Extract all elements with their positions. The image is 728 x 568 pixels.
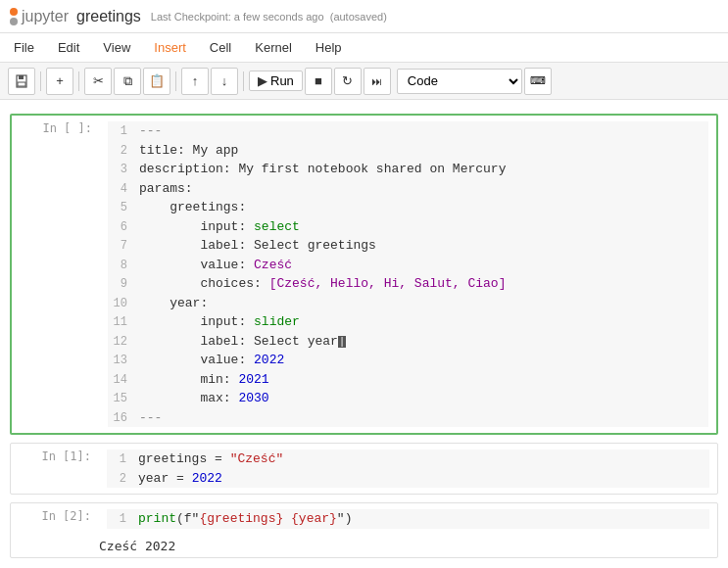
line-7: 7 label: Select greetings bbox=[108, 236, 708, 256]
titlebar: jupyter greetings Last Checkpoint: a few… bbox=[0, 0, 728, 33]
logo-circle-gray bbox=[10, 18, 18, 25]
move-down-button[interactable]: ↓ bbox=[211, 68, 238, 95]
line-2: 2 title: My app bbox=[108, 141, 708, 161]
jupyter-logo-text: jupyter bbox=[22, 8, 69, 25]
cell-2-code-block: 1 greetings = "Cześć" 2 year = 2022 bbox=[107, 450, 709, 488]
line-15: 15 max: 2030 bbox=[108, 389, 708, 408]
sep-2 bbox=[78, 71, 79, 91]
copy-button[interactable]: ⧉ bbox=[114, 68, 141, 95]
stop-button[interactable]: ■ bbox=[305, 68, 332, 95]
output-text: Cześć 2022 bbox=[99, 539, 717, 553]
sep-3 bbox=[175, 71, 176, 91]
output-prompt bbox=[11, 539, 99, 553]
line-8: 8 value: Cześć bbox=[108, 256, 708, 275]
menu-view[interactable]: View bbox=[99, 38, 134, 57]
move-up-button[interactable]: ↑ bbox=[181, 68, 209, 95]
main-content: In [ ]: 1 --- 2 title: My app 3 descript… bbox=[0, 100, 728, 568]
cell-3-code[interactable]: 1 print(f"{greetings} {year}") bbox=[99, 503, 717, 535]
cell-1-code-block: 1 --- 2 title: My app 3 description: My … bbox=[108, 121, 708, 427]
sep-4 bbox=[243, 71, 244, 91]
line-13: 13 value: 2022 bbox=[108, 351, 708, 370]
cell-3-wrapper: In [2]: 1 print(f"{greetings} {year}") C… bbox=[10, 502, 718, 558]
line-5: 5 greetings: bbox=[108, 198, 708, 217]
svg-rect-2 bbox=[18, 82, 25, 86]
line-1: 1 --- bbox=[108, 121, 708, 141]
cell-1: In [ ]: 1 --- 2 title: My app 3 descript… bbox=[12, 116, 716, 433]
run-label: Run bbox=[270, 73, 294, 88]
line-9: 9 choices: [Cześć, Hello, Hi, Salut, Cia… bbox=[108, 274, 708, 294]
keyboard-shortcuts-button[interactable]: ⌨ bbox=[524, 68, 552, 95]
restart-button[interactable]: ↻ bbox=[334, 68, 362, 95]
cell-type-select[interactable]: Code Markdown Raw NBConvert Heading bbox=[397, 69, 522, 94]
line-3: 3 description: My first notebook shared … bbox=[108, 160, 708, 179]
save-button[interactable] bbox=[8, 68, 35, 95]
cell-1-prompt: In [ ]: bbox=[12, 116, 100, 135]
menu-insert[interactable]: Insert bbox=[150, 38, 190, 57]
logo-circles bbox=[10, 8, 18, 25]
line-12: 12 label: Select year| bbox=[108, 332, 708, 352]
cell-2-wrapper: In [1]: 1 greetings = "Cześć" 2 year = 2… bbox=[10, 443, 718, 495]
cell-3-output: Cześć 2022 bbox=[11, 535, 717, 557]
checkpoint-info: Last Checkpoint: a few seconds ago (auto… bbox=[151, 11, 387, 23]
cell-3-prompt: In [2]: bbox=[11, 503, 99, 523]
menu-kernel[interactable]: Kernel bbox=[251, 38, 296, 57]
cut-button[interactable]: ✂ bbox=[84, 68, 112, 95]
line-11: 11 input: slider bbox=[108, 312, 708, 332]
menu-help[interactable]: Help bbox=[312, 38, 346, 57]
cell2-line-2: 2 year = 2022 bbox=[107, 469, 709, 489]
logo-circle-orange bbox=[10, 8, 18, 16]
menubar: File Edit View Insert Cell Kernel Help bbox=[0, 33, 728, 63]
sep-1 bbox=[40, 71, 41, 91]
line-10: 10 year: bbox=[108, 294, 708, 313]
notebook-title: greetings bbox=[76, 8, 141, 25]
menu-edit[interactable]: Edit bbox=[54, 38, 83, 57]
cell3-line-1: 1 print(f"{greetings} {year}") bbox=[107, 509, 709, 529]
run-button[interactable]: ▶ Run bbox=[249, 71, 303, 91]
cell-2: In [1]: 1 greetings = "Cześć" 2 year = 2… bbox=[11, 444, 717, 494]
cell-2-code[interactable]: 1 greetings = "Cześć" 2 year = 2022 bbox=[99, 444, 717, 494]
run-icon: ▶ bbox=[258, 73, 267, 88]
toolbar: + ✂ ⧉ 📋 ↑ ↓ ▶ Run ■ ↻ ⏭ Code Markdown Ra… bbox=[0, 63, 728, 100]
menu-file[interactable]: File bbox=[10, 38, 38, 57]
cell-3-code-block: 1 print(f"{greetings} {year}") bbox=[107, 509, 709, 529]
cell2-line-1: 1 greetings = "Cześć" bbox=[107, 450, 709, 469]
cell-1-code[interactable]: 1 --- 2 title: My app 3 description: My … bbox=[100, 116, 716, 433]
add-cell-button[interactable]: + bbox=[46, 68, 73, 95]
save-icon bbox=[15, 74, 28, 88]
cell-3: In [2]: 1 print(f"{greetings} {year}") bbox=[11, 503, 717, 535]
paste-button[interactable]: 📋 bbox=[143, 68, 170, 95]
line-6: 6 input: select bbox=[108, 217, 708, 237]
line-14: 14 min: 2021 bbox=[108, 370, 708, 390]
restart-run-button[interactable]: ⏭ bbox=[364, 68, 391, 95]
menu-cell[interactable]: Cell bbox=[206, 38, 235, 57]
cell-2-prompt: In [1]: bbox=[11, 444, 99, 463]
line-4: 4 params: bbox=[108, 179, 708, 199]
svg-rect-1 bbox=[19, 75, 24, 79]
cell-1-wrapper: In [ ]: 1 --- 2 title: My app 3 descript… bbox=[10, 114, 718, 435]
line-16: 16 --- bbox=[108, 408, 708, 428]
jupyter-logo: jupyter bbox=[10, 8, 69, 25]
